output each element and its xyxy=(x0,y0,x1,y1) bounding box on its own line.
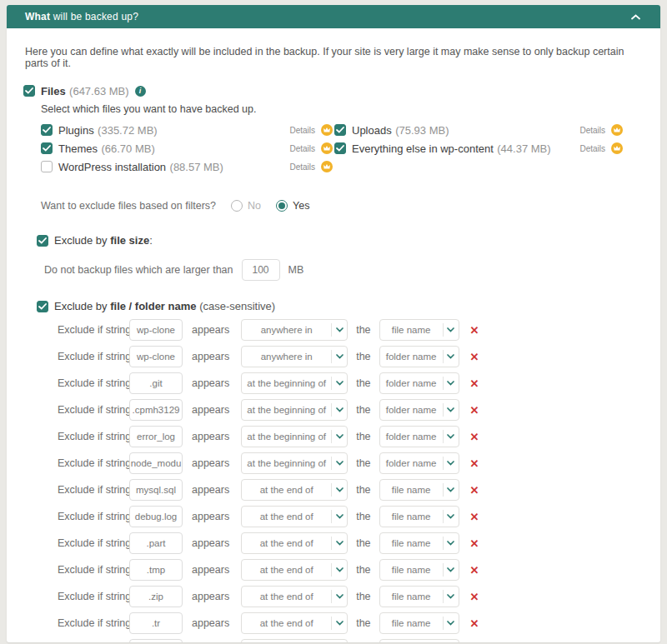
radio-circle[interactable] xyxy=(276,200,288,212)
rule-target-select[interactable]: folder name xyxy=(379,346,459,367)
rule-position-select[interactable]: at the beginning of xyxy=(241,399,348,421)
rule-target-select[interactable]: file name xyxy=(379,479,459,501)
chevron-down-icon xyxy=(444,594,459,599)
rule-the-label: the xyxy=(356,324,370,336)
rule-position-select[interactable]: at the end of xyxy=(241,532,348,554)
rule-the-label: the xyxy=(356,617,370,629)
remove-rule-x-icon[interactable]: ✕ xyxy=(470,405,479,416)
chevron-down-icon xyxy=(444,514,459,519)
remove-rule-x-icon[interactable]: ✕ xyxy=(470,325,479,336)
rule-string-input[interactable] xyxy=(129,586,183,607)
files-grid: Plugins (335.72 MB) Details Uploads (75.… xyxy=(41,121,644,176)
remove-rule-x-icon[interactable]: ✕ xyxy=(470,432,479,442)
exclude-size-checkbox[interactable] xyxy=(37,235,48,247)
rule-the-label: the xyxy=(356,511,370,522)
rule-target-select[interactable]: folder name xyxy=(379,426,459,447)
remove-rule-x-icon[interactable]: ✕ xyxy=(470,538,479,549)
file-checkbox[interactable] xyxy=(41,124,53,136)
rule-target-select[interactable]: file name xyxy=(379,319,459,341)
rule-string-input[interactable] xyxy=(129,399,183,421)
file-label-group: Uploads (75.93 MB) xyxy=(352,122,449,137)
rule-target-select[interactable]: file name xyxy=(379,506,459,527)
size-limit-input[interactable] xyxy=(242,259,280,281)
rule-target-value: folder name xyxy=(380,432,443,442)
rule-target-select[interactable]: folder name xyxy=(379,452,459,474)
collapse-chevron-up-icon[interactable] xyxy=(631,14,640,20)
rule-string-input[interactable] xyxy=(129,346,183,367)
details-link[interactable]: Details xyxy=(289,162,315,172)
details-link[interactable]: Details xyxy=(579,126,605,135)
file-size: (88.57 MB) xyxy=(170,161,223,173)
rule-string-input[interactable] xyxy=(129,426,183,447)
remove-rule-x-icon[interactable]: ✕ xyxy=(470,378,479,389)
rule-the-label: the xyxy=(356,457,370,469)
details-link[interactable]: Details xyxy=(289,126,315,135)
rule-string-input[interactable] xyxy=(129,452,183,474)
rule-the-label: the xyxy=(356,404,370,416)
rule-target-select[interactable]: file name xyxy=(379,639,459,642)
page-background: What will be backed up? Here you can def… xyxy=(0,0,667,644)
file-label: WordPress installation xyxy=(58,161,166,173)
details-link[interactable]: Details xyxy=(289,144,315,153)
files-checkbox[interactable] xyxy=(23,85,35,97)
radio-option-no[interactable]: No xyxy=(231,200,261,212)
rule-target-select[interactable]: file name xyxy=(379,532,459,554)
rule-position-select[interactable]: anywhere in xyxy=(241,319,348,341)
rule-target-select[interactable]: file name xyxy=(379,586,459,607)
rule-string-input[interactable] xyxy=(129,559,183,581)
rule-prefix-label: Exclude if string xyxy=(58,511,129,522)
exclude-name-checkbox[interactable] xyxy=(37,301,48,312)
file-checkbox[interactable] xyxy=(41,161,53,172)
rule-position-select[interactable]: anywhere in xyxy=(241,346,348,367)
file-item: WordPress installation (88.57 MB) Detail… xyxy=(41,157,334,176)
rule-target-select[interactable]: file name xyxy=(379,612,459,634)
file-checkbox[interactable] xyxy=(334,124,346,136)
remove-rule-x-icon[interactable]: ✕ xyxy=(470,512,479,522)
exclude-name-section-header: Exclude by file / folder name (case-sens… xyxy=(37,300,644,312)
remove-rule-x-icon[interactable]: ✕ xyxy=(470,352,479,362)
rule-position-value: at the beginning of xyxy=(242,378,331,388)
rule-string-input[interactable] xyxy=(129,319,183,341)
rule-position-select[interactable]: at the end of xyxy=(241,559,348,581)
rule-string-input[interactable] xyxy=(129,372,183,394)
rule-position-select[interactable]: at the end of xyxy=(241,612,348,634)
rule-position-select[interactable]: at the end of xyxy=(241,479,348,501)
rule-prefix-label: Exclude if string xyxy=(58,591,129,602)
rule-appears-label: appears xyxy=(192,404,229,416)
remove-rule-x-icon[interactable]: ✕ xyxy=(470,485,479,496)
exclude-size-label: Exclude by file size: xyxy=(54,234,153,247)
rule-target-select[interactable]: file name xyxy=(379,559,459,581)
rule-string-input[interactable] xyxy=(129,479,183,501)
info-icon[interactable]: i xyxy=(135,86,146,97)
rule-string-input[interactable] xyxy=(129,639,183,642)
rule-string-input[interactable] xyxy=(129,506,183,527)
rule-position-select[interactable]: at the end of xyxy=(241,506,348,527)
rule-prefix-label: Exclude if string xyxy=(58,377,129,389)
file-checkbox[interactable] xyxy=(41,142,53,154)
remove-rule-x-icon[interactable]: ✕ xyxy=(470,458,479,469)
rule-position-value: at the end of xyxy=(242,485,331,495)
rule-string-input[interactable] xyxy=(129,612,183,634)
crown-premium-icon xyxy=(611,142,623,154)
rule-appears-label: appears xyxy=(192,617,229,629)
rule-position-select[interactable]: at the beginning of xyxy=(241,426,348,447)
chevron-down-icon xyxy=(332,434,347,439)
remove-rule-x-icon[interactable]: ✕ xyxy=(470,565,479,576)
rule-target-select[interactable]: folder name xyxy=(379,399,459,421)
radio-circle[interactable] xyxy=(231,200,243,212)
rule-position-select[interactable]: at the beginning of xyxy=(241,372,348,394)
rule-string-input[interactable] xyxy=(129,532,183,554)
details-link[interactable]: Details xyxy=(579,144,605,153)
rule-position-select[interactable]: at the end of xyxy=(241,586,348,607)
rule-position-value: at the end of xyxy=(242,512,331,522)
rule-target-select[interactable]: folder name xyxy=(379,372,459,394)
rule-prefix-label: Exclude if string xyxy=(58,404,129,416)
remove-rule-x-icon[interactable]: ✕ xyxy=(470,618,479,629)
radio-option-yes[interactable]: Yes xyxy=(276,200,309,212)
panel-header[interactable]: What will be backed up? xyxy=(7,5,660,28)
rule-position-select[interactable]: at the beginning of xyxy=(241,452,348,474)
remove-rule-x-icon[interactable]: ✕ xyxy=(470,592,479,602)
chevron-down-icon xyxy=(444,567,459,572)
file-checkbox[interactable] xyxy=(334,142,346,154)
rule-position-select[interactable]: at the end of xyxy=(241,639,348,642)
